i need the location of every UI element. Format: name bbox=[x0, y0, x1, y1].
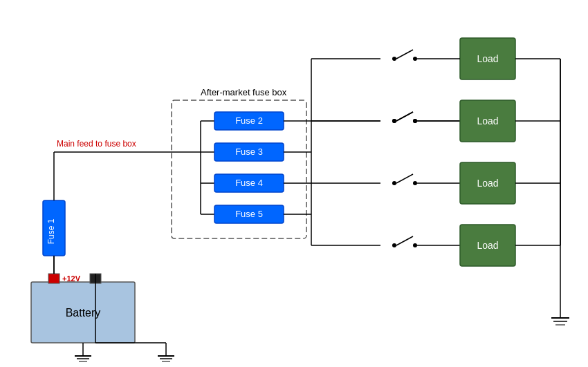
svg-line-42 bbox=[396, 112, 413, 121]
main-feed-label: Main feed to fuse box bbox=[57, 139, 136, 149]
svg-line-34 bbox=[396, 50, 413, 59]
voltage-label: +12V bbox=[62, 274, 81, 283]
svg-point-48 bbox=[413, 181, 417, 185]
fuse3-label: Fuse 3 bbox=[235, 147, 263, 157]
load4-label: Load bbox=[477, 240, 498, 251]
svg-point-56 bbox=[413, 243, 417, 247]
positive-terminal bbox=[48, 274, 59, 283]
fuse4-label: Fuse 4 bbox=[235, 178, 263, 188]
svg-point-33 bbox=[413, 57, 417, 61]
circuit-diagram: Battery +12V Fuse 1 Main feed to fuse bo… bbox=[0, 0, 588, 367]
fuse-box-label: After-market fuse box bbox=[201, 87, 287, 97]
svg-point-47 bbox=[392, 181, 396, 185]
load3-label: Load bbox=[477, 178, 498, 189]
load1-label: Load bbox=[477, 53, 498, 64]
load2-label: Load bbox=[477, 115, 498, 126]
fuse2-label: Fuse 2 bbox=[235, 115, 263, 126]
svg-point-32 bbox=[392, 57, 396, 61]
svg-line-49 bbox=[396, 174, 413, 183]
svg-point-40 bbox=[392, 119, 396, 123]
svg-line-57 bbox=[396, 236, 413, 245]
fuse1-label: Fuse 1 bbox=[46, 218, 56, 244]
fuse5-label: Fuse 5 bbox=[235, 209, 263, 219]
svg-point-55 bbox=[392, 243, 396, 247]
svg-point-41 bbox=[413, 119, 417, 123]
